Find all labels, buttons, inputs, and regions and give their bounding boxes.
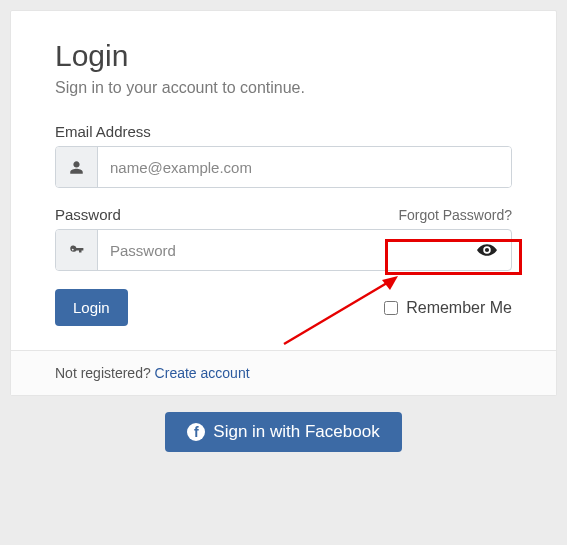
page-title: Login	[55, 39, 512, 73]
footer-text: Not registered?	[55, 365, 155, 381]
remember-me[interactable]: Remember Me	[384, 299, 512, 317]
login-card: Login Sign in to your account to continu…	[10, 10, 557, 396]
password-label: Password	[55, 206, 121, 223]
login-button[interactable]: Login	[55, 289, 128, 326]
forgot-password-link[interactable]: Forgot Password?	[398, 207, 512, 223]
password-label-row: Password Forgot Password?	[55, 206, 512, 223]
facebook-row: f Sign in with Facebook	[10, 412, 557, 452]
email-input-group	[55, 146, 512, 188]
page-subtitle: Sign in to your account to continue.	[55, 79, 512, 97]
email-label: Email Address	[55, 123, 151, 140]
facebook-signin-button[interactable]: f Sign in with Facebook	[165, 412, 401, 452]
key-icon	[56, 230, 98, 270]
card-footer: Not registered? Create account	[11, 350, 556, 395]
email-input[interactable]	[98, 147, 511, 187]
facebook-icon: f	[187, 423, 205, 441]
remember-checkbox[interactable]	[384, 301, 398, 315]
remember-label: Remember Me	[406, 299, 512, 317]
password-input[interactable]	[98, 230, 463, 270]
eye-icon	[477, 240, 497, 260]
create-account-link[interactable]: Create account	[155, 365, 250, 381]
toggle-password-visibility[interactable]	[463, 230, 511, 270]
user-icon	[56, 147, 98, 187]
email-label-row: Email Address	[55, 123, 512, 140]
actions-row: Login Remember Me	[55, 289, 512, 326]
facebook-button-label: Sign in with Facebook	[213, 422, 379, 442]
card-body: Login Sign in to your account to continu…	[11, 11, 556, 350]
password-input-group	[55, 229, 512, 271]
